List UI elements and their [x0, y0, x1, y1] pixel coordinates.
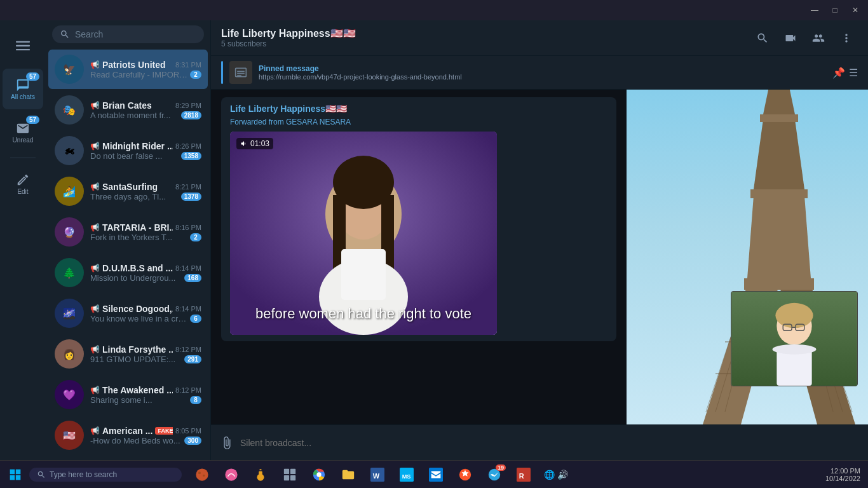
chat-top: 📢 American ... FAKE 8:05 PM	[90, 426, 201, 436]
taskbar-datetime[interactable]: 12:00 PM 10/14/2022	[825, 467, 865, 482]
icon-sidebar: 57 All chats 57 Unread Edit	[0, 20, 46, 460]
minimize-button[interactable]: —	[807, 3, 822, 18]
taskbar-app-unknown[interactable]: R	[510, 462, 538, 487]
taskbar-files[interactable]	[334, 462, 362, 487]
svg-rect-17	[760, 114, 798, 122]
chat-preview: Sharing some i... 8	[90, 395, 201, 405]
chat-info: 📢 Midnight Rider ... 8:26 PM Do not bear…	[90, 141, 201, 161]
taskbar-app-3[interactable]	[247, 462, 275, 487]
close-button[interactable]: ✕	[848, 3, 863, 18]
taskbar-tray: 🌐 🔊	[539, 470, 573, 480]
eiffel-background	[627, 90, 868, 424]
sidebar-item-edit[interactable]: Edit	[3, 163, 43, 204]
avatar: 🏍	[55, 136, 84, 165]
chat-item-silence-dogood[interactable]: 🌌 📢 Silence Dogood,... 8:14 PM You know …	[48, 294, 208, 333]
taskbar-app-2[interactable]	[217, 462, 245, 487]
chat-time: 8:14 PM	[175, 305, 201, 313]
chat-info: 📢 Patriots United 8:31 PM Read Carefully…	[90, 60, 201, 79]
chat-info: 📢 Brian Cates 8:29 PM A notable moment f…	[90, 100, 201, 120]
taskbar-telegram[interactable]: 19	[480, 462, 508, 487]
chat-item-patriots-united[interactable]: 🦅 📢 Patriots United 8:31 PM Read Careful…	[48, 50, 208, 89]
message-input-bar	[211, 424, 868, 460]
avatar: 🦅	[55, 55, 84, 84]
video-call-button[interactable]	[779, 27, 802, 50]
svg-rect-13	[744, 278, 814, 290]
chat-top: 📢 The Awakened ... 8:12 PM	[90, 385, 201, 395]
unread-badge: 57	[26, 116, 39, 124]
chat-top: 📢 Linda Forsythe ... 8:12 PM	[90, 344, 201, 355]
search-messages-button[interactable]	[751, 27, 774, 50]
taskbar-app-1[interactable]	[188, 462, 216, 487]
attach-icon	[220, 436, 234, 450]
telegram-badge: 19	[496, 464, 506, 471]
start-button[interactable]	[3, 463, 28, 486]
svg-point-42	[198, 471, 201, 474]
maximize-button[interactable]: □	[827, 3, 843, 18]
chat-item-american[interactable]: 🇺🇸 📢 American ... FAKE 8:05 PM -How do M…	[48, 416, 208, 455]
channel-icon: 📢	[90, 223, 100, 232]
chat-item-the-awakened[interactable]: 💜 📢 The Awakened ... 8:12 PM Sharing som…	[48, 375, 208, 414]
chat-preview: Read Carefully - IMPORT... 2	[90, 70, 201, 79]
svg-rect-2	[16, 49, 30, 50]
chat-item-brian-cates[interactable]: 🎭 📢 Brian Cates 8:29 PM A notable moment…	[48, 90, 208, 130]
chat-item-santasurfing[interactable]: 🏄 📢 SantaSurfing 8:21 PM Three days ago,…	[48, 172, 208, 211]
tray-volume-icon[interactable]: 🔊	[557, 470, 568, 480]
messages-scroll: Life Liberty Happiness🇺🇸🇺🇸 Forwarded fro…	[211, 90, 627, 424]
chat-name: 📢 Silence Dogood,...	[90, 304, 173, 314]
svg-text:R: R	[519, 471, 524, 479]
content-area: Life Liberty Happiness🇺🇸🇺🇸 5 subscribers	[211, 20, 868, 460]
main-container: 57 All chats 57 Unread Edit 🦅	[0, 20, 868, 460]
taskview-button[interactable]	[276, 462, 304, 487]
sidebar-item-unread[interactable]: 57 Unread	[3, 112, 43, 152]
taskbar: Type here to search W MS	[0, 460, 868, 488]
chat-item-linda-forsythe[interactable]: 👩 📢 Linda Forsythe ... 8:12 PM 911 GTMO …	[48, 334, 208, 374]
preview-text: Sharing some i...	[90, 395, 187, 405]
taskbar-browser[interactable]	[305, 462, 333, 487]
search-bar	[46, 20, 210, 48]
chat-name: 📢 Linda Forsythe ...	[90, 344, 173, 355]
attach-button[interactable]	[220, 436, 234, 450]
svg-rect-38	[16, 469, 21, 474]
chat-time: 8:16 PM	[175, 224, 201, 231]
chat-item-midnight-rider[interactable]: 🏍 📢 Midnight Rider ... 8:26 PM Do not be…	[48, 131, 208, 170]
pinned-thumbnail	[229, 61, 252, 84]
taskbar-brave[interactable]	[451, 462, 479, 487]
preview-text: A notable moment fr...	[90, 111, 179, 120]
search-input-wrap[interactable]	[52, 25, 204, 43]
titlebar: — □ ✕	[0, 0, 868, 20]
channel-icon: 📢	[90, 386, 100, 395]
members-button[interactable]	[807, 27, 830, 50]
pinned-content: Pinned message https://rumble.com/vbp47d…	[259, 64, 826, 81]
message-sender: Life Liberty Happiness🇺🇸🇺🇸	[230, 104, 347, 114]
message-input[interactable]	[240, 438, 859, 448]
channel-icon: 📢	[90, 304, 100, 313]
taskbar-word[interactable]: W	[363, 462, 391, 487]
store-icon: MS	[400, 468, 414, 482]
chat-item-tartaria[interactable]: 🔮 📢 TARTARIA - BRI... 8:16 PM Fork in th…	[48, 212, 208, 252]
svg-point-43	[203, 474, 205, 476]
svg-point-41	[196, 468, 208, 480]
chat-item-dumbs[interactable]: 🌲 📢 D.U.M.B.S and ... 8:14 PM Mission to…	[48, 253, 208, 292]
hamburger-menu-button[interactable]	[3, 25, 43, 66]
webcam-overlay	[731, 291, 858, 386]
messages-area: Life Liberty Happiness🇺🇸🇺🇸 Forwarded fro…	[211, 90, 868, 424]
more-options-button[interactable]	[835, 27, 858, 50]
unread-count: 1378	[181, 193, 201, 201]
svg-rect-48	[290, 468, 295, 473]
preview-text: You know we live in a cra...	[90, 314, 187, 323]
pinned-message[interactable]: Pinned message https://rumble.com/vbp47d…	[211, 56, 868, 90]
taskbar-search[interactable]: Type here to search	[29, 468, 182, 482]
webcam-background	[731, 292, 857, 386]
avatar: 🎭	[55, 95, 84, 125]
svg-rect-40	[16, 475, 21, 480]
search-input[interactable]	[75, 29, 196, 39]
taskbar-mail[interactable]	[422, 462, 450, 487]
tray-network-icon[interactable]: 🌐	[544, 470, 555, 480]
preview-text: -How do Med Beds wo...	[90, 436, 182, 445]
sidebar-item-all-chats[interactable]: 57 All chats	[3, 69, 43, 109]
svg-point-36	[772, 344, 816, 355]
taskbar-store[interactable]: MS	[393, 462, 421, 487]
pinned-actions[interactable]: 📌 ☰	[832, 67, 858, 79]
avatar: 🏄	[55, 177, 84, 206]
video-container[interactable]: 01:03 before women had the right to vote	[230, 132, 497, 335]
